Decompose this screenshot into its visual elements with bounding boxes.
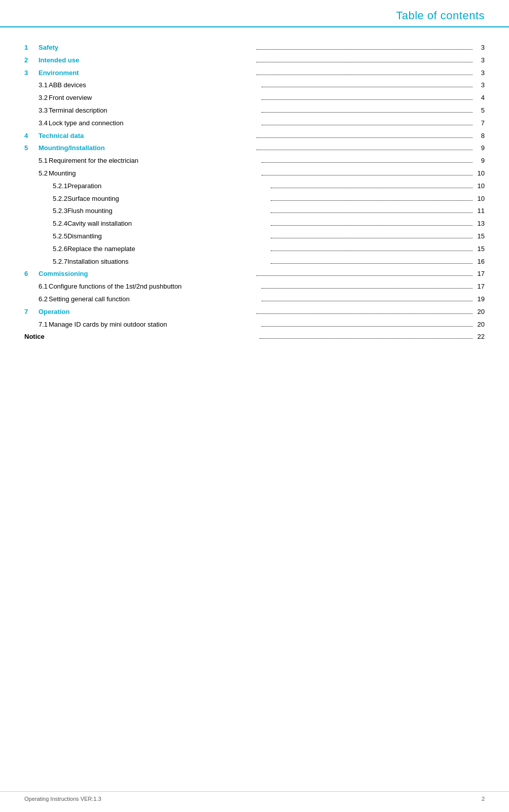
toc-dots bbox=[271, 213, 472, 213]
toc-label: Mounting bbox=[49, 168, 260, 179]
toc-entry: 3.3Terminal description5 bbox=[24, 105, 485, 116]
toc-label: Cavity wall installation bbox=[67, 219, 269, 229]
toc-entry: 5.2.1Preparation10 bbox=[24, 181, 485, 192]
toc-label: Front overview bbox=[49, 93, 260, 103]
toc-page: 9 bbox=[475, 156, 485, 166]
toc-num: 5.2.6 bbox=[24, 244, 67, 255]
toc-entry: 5.1Requirement for the electrician9 bbox=[24, 156, 485, 166]
toc-num: 5.2 bbox=[24, 168, 49, 179]
toc-page: 3 bbox=[475, 55, 485, 66]
toc-num: 3.1 bbox=[24, 80, 49, 91]
toc-dots bbox=[271, 225, 472, 226]
toc-label: Intended use bbox=[39, 55, 254, 66]
toc-page: 4 bbox=[475, 93, 485, 103]
toc-num: 3.4 bbox=[24, 118, 49, 129]
toc-dots bbox=[262, 99, 472, 100]
footer-right: 2 bbox=[482, 796, 485, 802]
toc-page: 19 bbox=[475, 294, 485, 305]
toc-page: 20 bbox=[475, 320, 485, 330]
toc-page: 5 bbox=[475, 105, 485, 116]
toc-label: Terminal description bbox=[49, 105, 260, 116]
toc-num: 7.1 bbox=[24, 320, 49, 330]
toc-label: Lock type and connection bbox=[49, 118, 260, 129]
toc-entry: 5.2.3Flush mounting11 bbox=[24, 206, 485, 217]
toc-num: 5.2.7 bbox=[24, 257, 67, 267]
toc-num: 5.2.3 bbox=[24, 206, 67, 217]
toc-dots bbox=[262, 125, 472, 125]
toc-dots bbox=[271, 263, 472, 264]
toc-label: Technical data bbox=[39, 131, 254, 142]
toc-label: Manage ID cards by mini outdoor station bbox=[49, 320, 260, 330]
toc-label: Installation situations bbox=[67, 257, 269, 267]
toc-num: 6.2 bbox=[24, 294, 49, 305]
toc-num: 2 bbox=[24, 55, 39, 66]
toc-entry: 5.2.5Dismantling15 bbox=[24, 231, 485, 242]
toc-num: 4 bbox=[24, 131, 39, 142]
toc-entry: 5.2.7Installation situations16 bbox=[24, 257, 485, 267]
toc-num: 6.1 bbox=[24, 281, 49, 292]
toc-page: 10 bbox=[475, 194, 485, 204]
toc-num: 5.2.5 bbox=[24, 231, 67, 242]
toc-label: Commissioning bbox=[39, 269, 254, 279]
toc-entry: 1Safety3 bbox=[24, 43, 485, 53]
toc-dots bbox=[262, 175, 472, 175]
toc-dots bbox=[260, 338, 472, 339]
toc-dots bbox=[257, 150, 472, 150]
toc-entry: Notice22 bbox=[24, 332, 485, 342]
toc-entry: 6.2Setting general call function19 bbox=[24, 294, 485, 305]
toc-num: 7 bbox=[24, 307, 39, 317]
toc-label: Safety bbox=[39, 43, 254, 53]
page-container: Table of contents 1Safety32Intended use3… bbox=[0, 0, 509, 812]
toc-page: 15 bbox=[475, 231, 485, 242]
page-header: Table of contents bbox=[0, 0, 509, 27]
toc-num: 5 bbox=[24, 143, 39, 154]
toc-entry: 5.2.4Cavity wall installation13 bbox=[24, 219, 485, 229]
toc-num: 3.2 bbox=[24, 93, 49, 103]
toc-page: 22 bbox=[475, 332, 485, 342]
toc-dots bbox=[262, 288, 472, 289]
toc-entry: 4Technical data8 bbox=[24, 131, 485, 142]
toc-num: 5.1 bbox=[24, 156, 49, 166]
toc-page: 9 bbox=[475, 143, 485, 154]
toc-page: 10 bbox=[475, 168, 485, 179]
toc-dots bbox=[262, 87, 472, 87]
toc-page: 11 bbox=[475, 206, 485, 217]
toc-page: 10 bbox=[475, 181, 485, 192]
toc-dots bbox=[257, 137, 472, 138]
toc-num: 3.3 bbox=[24, 105, 49, 116]
toc-page: 13 bbox=[475, 219, 485, 229]
toc-entry: 7Operation20 bbox=[24, 307, 485, 317]
toc-dots bbox=[262, 326, 472, 327]
toc-dots bbox=[257, 275, 472, 276]
toc-entry: 6.1Configure functions of the 1st/2nd pu… bbox=[24, 281, 485, 292]
toc-label: Mounting/Installation bbox=[39, 143, 254, 154]
toc-label: Surface mounting bbox=[67, 194, 269, 204]
toc-entry: 5Mounting/Installation9 bbox=[24, 143, 485, 154]
toc-entry: 5.2Mounting10 bbox=[24, 168, 485, 179]
toc-num: 1 bbox=[24, 43, 39, 53]
toc-entry: 6Commissioning17 bbox=[24, 269, 485, 279]
page-footer: Operating Instructions VER:1.3 2 bbox=[0, 791, 509, 802]
toc-entry: 3.4Lock type and connection7 bbox=[24, 118, 485, 129]
toc-label: Replace the nameplate bbox=[67, 244, 269, 255]
toc-entry: 7.1Manage ID cards by mini outdoor stati… bbox=[24, 320, 485, 330]
toc-dots bbox=[271, 188, 472, 188]
toc-entry: 2Intended use3 bbox=[24, 55, 485, 66]
toc-num: 5.2.1 bbox=[24, 181, 67, 192]
toc-page: 3 bbox=[475, 80, 485, 91]
toc-page: 16 bbox=[475, 257, 485, 267]
toc-label: Environment bbox=[39, 68, 254, 79]
toc-label: Requirement for the electrician bbox=[49, 156, 260, 166]
toc-num: 5.2.2 bbox=[24, 194, 67, 204]
toc-page: 3 bbox=[475, 68, 485, 79]
toc-label: Operation bbox=[39, 307, 254, 317]
toc-label: Setting general call function bbox=[49, 294, 260, 305]
toc-dots bbox=[257, 313, 472, 314]
toc-label: Dismantling bbox=[67, 231, 269, 242]
toc-page: 17 bbox=[475, 269, 485, 279]
toc-dots bbox=[257, 49, 472, 50]
footer-left: Operating Instructions VER:1.3 bbox=[24, 796, 101, 802]
toc-label: Flush mounting bbox=[67, 206, 269, 217]
toc-page: 15 bbox=[475, 244, 485, 255]
toc-page: 7 bbox=[475, 118, 485, 129]
